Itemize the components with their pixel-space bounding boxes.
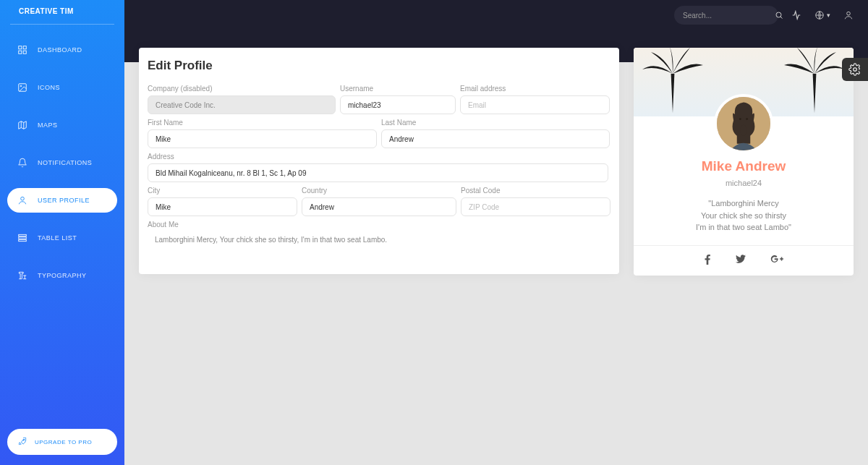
label-last-name: Last Name <box>381 119 610 127</box>
city-input[interactable] <box>148 197 297 216</box>
sidebar-item-user-profile[interactable]: USER PROFILE <box>7 188 117 213</box>
email-input[interactable] <box>460 95 610 114</box>
bell-icon <box>16 158 29 168</box>
card-title: Edit Profile <box>148 59 610 73</box>
avatar[interactable] <box>714 94 773 153</box>
twitter-icon[interactable] <box>736 255 746 267</box>
country-input[interactable] <box>302 197 456 216</box>
label-city: City <box>148 187 297 195</box>
google-plus-icon[interactable] <box>770 255 783 267</box>
label-email: Email address <box>460 85 610 93</box>
palm-decoration <box>771 48 854 117</box>
first-name-input[interactable] <box>148 129 377 148</box>
sidebar-item-label: DASHBOARD <box>38 46 82 54</box>
upgrade-label: UPGRADE TO PRO <box>35 439 92 445</box>
sidebar-item-label: ICONS <box>38 84 60 91</box>
profile-quote: "Lamborghini Mercy Your chick she so thi… <box>648 197 839 234</box>
company-input <box>148 95 336 114</box>
palm-decoration <box>634 48 716 117</box>
last-name-input[interactable] <box>381 129 610 148</box>
svg-rect-4 <box>19 46 22 49</box>
settings-fab[interactable] <box>842 58 868 81</box>
svg-rect-6 <box>19 51 22 54</box>
sidebar: CREATIVE TIM DASHBOARD ICONS MAPS NOTIFI… <box>0 0 124 465</box>
sidebar-item-maps[interactable]: MAPS <box>7 113 117 137</box>
dashboard-icon <box>16 45 29 55</box>
facebook-icon[interactable] <box>704 255 711 267</box>
sidebar-item-label: TABLE LIST <box>38 234 77 242</box>
svg-rect-5 <box>23 46 26 49</box>
label-company: Company (disabled) <box>148 85 336 93</box>
sidebar-item-icons[interactable]: ICONS <box>7 75 117 100</box>
svg-point-9 <box>20 85 22 87</box>
edit-profile-card: Edit Profile Company (disabled) Username… <box>139 48 619 274</box>
sidebar-item-table-list[interactable]: TABLE LIST <box>7 226 117 250</box>
divider <box>10 24 114 25</box>
list-icon <box>16 233 29 243</box>
svg-rect-11 <box>19 234 27 236</box>
map-icon <box>16 120 29 130</box>
sidebar-item-label: NOTIFICATIONS <box>38 159 92 166</box>
svg-point-20 <box>740 125 746 136</box>
svg-rect-12 <box>19 237 27 239</box>
label-country: Country <box>302 187 456 195</box>
sidebar-item-label: USER PROFILE <box>38 197 90 204</box>
profile-handle: michael24 <box>648 179 839 187</box>
content: Edit Profile Company (disabled) Username… <box>124 0 868 465</box>
sidebar-item-dashboard[interactable]: DASHBOARD <box>7 38 117 62</box>
svg-point-22 <box>746 118 748 120</box>
user-icon <box>16 195 29 205</box>
sidebar-item-notifications[interactable]: NOTIFICATIONS <box>7 150 117 175</box>
nav: DASHBOARD ICONS MAPS NOTIFICATIONS USER … <box>0 38 124 288</box>
profile-name: Mike Andrew <box>648 158 839 174</box>
brand-text: CREATIVE TIM <box>19 7 74 15</box>
label-first-name: First Name <box>148 119 377 127</box>
profile-hero <box>634 48 854 116</box>
sidebar-item-label: MAPS <box>38 121 58 129</box>
profile-footer <box>634 245 854 276</box>
label-about: About Me <box>148 221 608 229</box>
sidebar-item-label: TYPOGRAPHY <box>38 272 87 279</box>
label-address: Address <box>148 153 608 161</box>
postal-input[interactable] <box>461 197 610 216</box>
svg-point-23 <box>854 68 857 72</box>
image-icon <box>16 82 29 93</box>
upgrade-button[interactable]: UPGRADE TO PRO <box>7 429 117 455</box>
rocket-icon <box>17 436 27 448</box>
brand-logo[interactable]: CREATIVE TIM <box>0 0 124 24</box>
typography-icon <box>16 270 29 281</box>
label-username: Username <box>340 85 456 93</box>
svg-point-10 <box>21 197 25 200</box>
about-text[interactable]: Lamborghini Mercy, Your chick she so thi… <box>148 231 608 248</box>
label-postal: Postal Code <box>461 187 610 195</box>
address-input[interactable] <box>148 163 608 182</box>
profile-card: Mike Andrew michael24 "Lamborghini Mercy… <box>634 48 854 276</box>
svg-rect-7 <box>23 51 26 54</box>
username-input[interactable] <box>340 95 456 114</box>
svg-rect-13 <box>19 239 27 241</box>
sidebar-item-typography[interactable]: TYPOGRAPHY <box>7 263 117 288</box>
svg-point-21 <box>739 118 741 120</box>
